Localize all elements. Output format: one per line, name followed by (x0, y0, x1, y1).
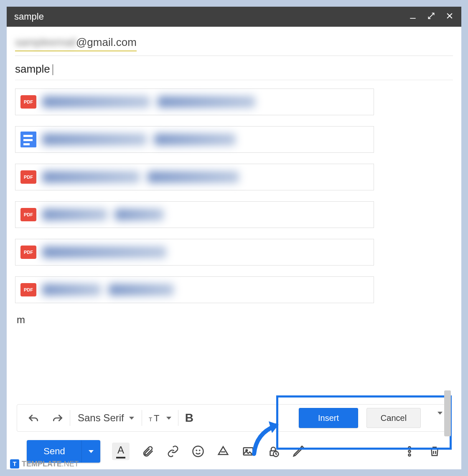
attachment-item[interactable]: PDF (15, 239, 374, 266)
format-toolbar: Sans Serif TT B Insert Cancel (17, 404, 451, 432)
font-selector[interactable]: Sans Serif (70, 412, 142, 424)
cancel-button[interactable]: Cancel (366, 408, 421, 428)
attachment-item[interactable]: PDF (15, 201, 374, 228)
watermark-brand: TEMPLATE (22, 460, 62, 468)
svg-point-4 (196, 450, 197, 451)
bottom-toolbar: Send A (15, 432, 453, 469)
titlebar-controls (409, 12, 454, 22)
svg-rect-0 (410, 18, 415, 19)
more-formatting-button[interactable] (437, 415, 443, 422)
attachment-filename-redacted (42, 171, 369, 183)
minimize-icon[interactable] (409, 12, 417, 22)
text-cursor (53, 64, 53, 75)
insert-signature-icon[interactable] (292, 445, 305, 458)
arrow-annotation (248, 416, 285, 458)
pdf-icon: PDF (20, 170, 36, 184)
bold-button[interactable]: B (178, 405, 200, 431)
to-field[interactable]: sampleemail@gmail.com (15, 32, 453, 56)
titlebar: sample (7, 7, 461, 27)
insert-emoji-icon[interactable] (191, 445, 205, 458)
chevron-down-icon (129, 417, 134, 420)
svg-point-10 (409, 447, 411, 449)
subject-field[interactable]: sample (15, 56, 453, 80)
discard-draft-icon[interactable] (428, 445, 441, 458)
attachment-item[interactable]: PDF (15, 89, 374, 115)
attachment-filename-redacted (42, 284, 369, 296)
attachment-filename-redacted (42, 96, 369, 108)
redo-button[interactable] (46, 405, 70, 431)
svg-text:T: T (154, 413, 160, 423)
attachment-filename-redacted (42, 134, 369, 145)
watermark-badge: T (10, 459, 19, 468)
undo-button[interactable] (21, 405, 46, 431)
pdf-icon: PDF (20, 208, 36, 221)
send-options-button[interactable] (82, 440, 100, 463)
attach-file-icon[interactable] (141, 445, 155, 458)
watermark-brand-ext: .NET (62, 460, 79, 468)
font-size-button[interactable]: TT (142, 405, 178, 431)
more-options-icon[interactable] (403, 445, 416, 458)
chevron-down-icon (437, 412, 443, 422)
attachment-filename-redacted (42, 209, 369, 220)
svg-text:T: T (149, 416, 152, 423)
close-icon[interactable] (445, 12, 454, 22)
watermark: T TEMPLATE.NET (10, 459, 79, 468)
insert-button[interactable]: Insert (299, 408, 358, 428)
svg-point-11 (409, 451, 411, 453)
attachment-item[interactable]: PDF (15, 164, 374, 190)
recipient-chip[interactable]: sampleemail@gmail.com (15, 36, 137, 51)
text-formatting-button[interactable]: A (112, 443, 130, 460)
doc-icon (20, 132, 36, 147)
attachment-item[interactable]: PDF (15, 276, 374, 303)
scrollbar[interactable] (444, 390, 451, 436)
subject-text: sample (15, 63, 50, 75)
svg-point-5 (199, 450, 200, 451)
insert-link-icon[interactable] (166, 445, 180, 458)
window-title: sample (14, 11, 409, 22)
italic-button[interactable] (200, 405, 214, 431)
body-text[interactable]: m (15, 314, 453, 326)
chevron-down-icon (166, 417, 171, 420)
font-name: Sans Serif (78, 412, 124, 424)
expand-icon[interactable] (427, 12, 435, 22)
svg-point-12 (409, 454, 411, 456)
insert-drive-icon[interactable] (216, 445, 230, 458)
pdf-icon: PDF (20, 95, 36, 109)
recipient-redacted: sampleemail (15, 36, 76, 48)
compose-content: sampleemail@gmail.com sample PDF PDF PDF (7, 27, 461, 469)
recipient-domain: @gmail.com (76, 36, 137, 48)
chevron-down-icon (89, 450, 94, 453)
attachments-list: PDF PDF PDF PDF PDF m (15, 80, 453, 402)
attachment-filename-redacted (42, 246, 369, 258)
pdf-icon: PDF (20, 283, 36, 296)
attachment-item[interactable] (15, 126, 374, 153)
svg-point-3 (193, 446, 203, 457)
compose-window: sample sampleemail@gmail.com sample PDF (7, 7, 461, 469)
pdf-icon: PDF (20, 246, 36, 259)
